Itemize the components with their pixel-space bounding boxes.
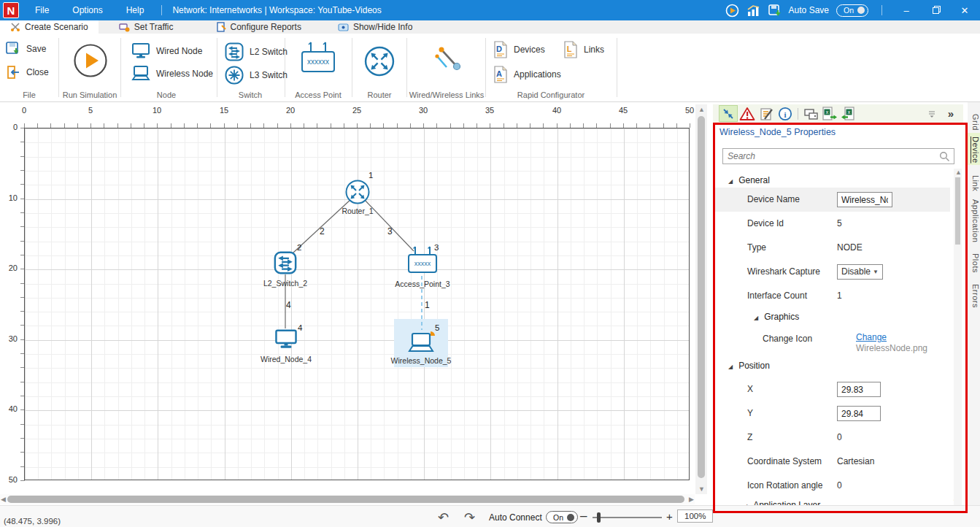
svg-text:x: x (826, 109, 829, 115)
panel-scroll-up-arrow[interactable]: ▲ (955, 169, 962, 176)
redo-icon[interactable]: ↷ (464, 509, 475, 526)
menu-options[interactable]: Options (61, 0, 114, 20)
chevron-down-icon: ▼ (873, 265, 879, 280)
warning-icon[interactable] (738, 105, 757, 122)
wireshark-capture-dropdown[interactable]: Disable▼ (837, 264, 883, 280)
save-button[interactable]: Save (6, 42, 46, 56)
canvas-node-wireless-node-5[interactable] (407, 331, 435, 355)
position-y-input[interactable] (837, 406, 881, 421)
l3-switch-button[interactable]: L3 Switch (225, 66, 288, 85)
info-icon[interactable]: i (776, 105, 795, 122)
canvas-vertical-scrollbar[interactable]: ▲ ▼ (695, 104, 707, 494)
topology-canvas[interactable]: 0 5 10 15 20 25 30 35 40 45 50 0 10 20 3… (0, 102, 695, 505)
zoom-in-button[interactable]: + (666, 510, 673, 523)
collapse-arrows-icon[interactable] (719, 105, 738, 122)
l2-switch-button[interactable]: L2 Switch (225, 42, 288, 61)
applications-button[interactable]: A Applications (493, 66, 561, 83)
run-animation-icon[interactable] (725, 4, 739, 18)
tab-show-hide-info[interactable]: Show/Hide Info (328, 20, 423, 34)
menu-file[interactable]: File (23, 0, 61, 20)
zoom-slider-thumb[interactable] (597, 512, 601, 523)
tab-configure-reports[interactable]: Configure Reports (206, 20, 312, 34)
zoom-level-box[interactable]: 100% (677, 509, 713, 523)
devices-button[interactable]: D Devices (493, 41, 545, 58)
search-input[interactable] (728, 150, 932, 163)
horizontal-scroll-thumb[interactable] (7, 496, 684, 503)
close-scenario-button[interactable]: Close (6, 65, 49, 80)
rapid-links-button[interactable]: L Links (563, 41, 604, 58)
zoom-slider-track[interactable] (593, 517, 662, 518)
position-x-input[interactable] (837, 382, 881, 397)
property-label: Icon Rotation angle (747, 474, 822, 498)
close-button[interactable]: ✕ (954, 0, 976, 20)
menu-help[interactable]: Help (115, 0, 156, 20)
canvas-node-wired-node-4[interactable] (274, 328, 298, 350)
side-tab-grid[interactable]: Grid (968, 111, 980, 133)
device-name-input[interactable] (837, 192, 892, 207)
property-value: 0 (837, 474, 842, 498)
l2-switch-icon (225, 42, 244, 61)
plots-icon[interactable] (746, 4, 760, 17)
ribbon-tabbar: Create Scenario Set Traffic Configure Re… (0, 20, 980, 34)
scroll-up-arrow[interactable]: ▲ (698, 106, 705, 113)
section-header-label: General (738, 175, 770, 185)
canvas-node-router-1[interactable] (344, 179, 371, 205)
panel-scroll-thumb[interactable] (955, 177, 960, 245)
section-general[interactable]: ◢General (715, 172, 963, 189)
svg-text:L: L (567, 45, 572, 53)
ruler-y-tick: 10 (0, 193, 18, 204)
undo-icon[interactable]: ↶ (438, 509, 449, 526)
properties-search[interactable] (722, 148, 954, 164)
rapid-links-label: Links (584, 45, 604, 55)
scroll-down-arrow[interactable]: ▼ (698, 485, 705, 493)
side-tab-errors[interactable]: Errors (968, 282, 980, 309)
side-tab-device[interactable]: Device (968, 133, 980, 165)
tab-create-scenario[interactable]: Create Scenario (0, 20, 99, 34)
wired-wireless-links-button[interactable] (431, 44, 464, 76)
side-tab-plots[interactable]: Plots (968, 250, 980, 275)
auto-connect-state: On (553, 513, 563, 522)
property-row-coordinate-system: Coordinate System Cartesian (715, 450, 950, 474)
side-tab-strip: Grid Device Link Application Plots Error… (968, 102, 980, 513)
access-point-button[interactable]: xxxxxx (299, 41, 337, 76)
run-simulation-icon (73, 43, 108, 78)
side-tab-link[interactable]: Link (968, 173, 980, 193)
auto-connect-toggle[interactable]: On (546, 511, 578, 523)
notes-icon[interactable] (757, 105, 776, 122)
canvas-horizontal-scrollbar[interactable]: ◀ ▶ (0, 494, 695, 504)
change-icon-link[interactable]: Change (856, 332, 887, 342)
cascade-windows-icon[interactable] (801, 105, 820, 122)
save-results-icon[interactable] (768, 4, 782, 18)
wireless-node-label: Wireless Node (156, 69, 213, 79)
property-label: Device Name (747, 188, 800, 212)
run-simulation-button[interactable] (73, 43, 108, 78)
pin-icon[interactable] (922, 105, 941, 122)
link-id-label: 4 (286, 300, 291, 310)
toolbar-separator (798, 108, 798, 120)
tab-set-traffic[interactable]: Set Traffic (109, 20, 184, 34)
auto-save-toggle[interactable]: On (836, 4, 868, 17)
wired-node-button[interactable]: Wired Node (131, 42, 202, 60)
section-graphics[interactable]: ◢Graphics (715, 308, 963, 326)
expand-chevrons-icon[interactable]: » (941, 105, 960, 122)
minimize-button[interactable]: – (895, 0, 917, 20)
wireless-node-button[interactable]: Wireless Node (131, 66, 213, 82)
devices-doc-icon: D (493, 41, 508, 58)
node-id-badge: 2 (297, 243, 301, 252)
export-excel-icon[interactable]: x (820, 105, 839, 122)
scroll-right-arrow[interactable]: ▶ (689, 496, 694, 503)
ruler-y-tick: 50 (0, 475, 18, 485)
vertical-scroll-thumb[interactable] (698, 116, 705, 478)
scroll-left-arrow[interactable]: ◀ (1, 496, 6, 503)
auto-save-label: Auto Save (789, 5, 829, 15)
canvas-node-l2-switch-2[interactable] (274, 251, 297, 274)
zoom-out-button[interactable]: – (580, 509, 587, 523)
node-id-badge: 4 (298, 323, 302, 332)
section-position[interactable]: ◢Position (715, 357, 963, 374)
restore-button[interactable] (925, 0, 946, 20)
panel-scrollbar[interactable]: ▲ (954, 169, 962, 511)
side-tab-application[interactable]: Application (968, 197, 980, 245)
ruler-y-tick: 20 (0, 264, 18, 274)
import-excel-icon[interactable]: x (839, 105, 858, 122)
router-button[interactable] (363, 45, 396, 77)
